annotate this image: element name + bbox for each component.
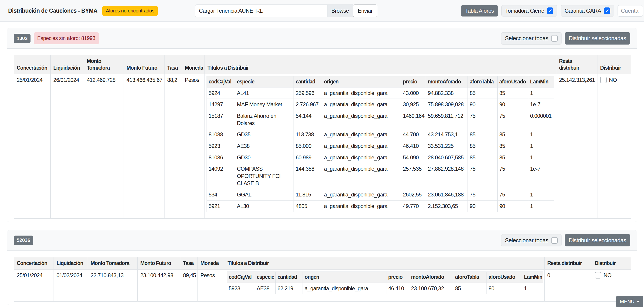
titulos-table: codCajVal especie cantidad origen precio… <box>227 271 543 294</box>
col-codcajval: codCajVal <box>207 76 235 87</box>
titulo-cell: GGAL <box>235 189 294 200</box>
titulo-cell: a_garantia_disponible_gara <box>322 163 401 189</box>
cell-monto-futuro: 413.466.435,67 <box>124 74 164 218</box>
col-lammin: LamMin <box>528 76 554 87</box>
menu-button[interactable]: MENÚ <box>616 296 643 307</box>
especies-sin-aforo-badge: Especies sin aforo: 81993 <box>34 32 99 44</box>
titulo-cell: 2.152.303,65 <box>426 200 468 212</box>
col-precio: precio <box>386 271 409 282</box>
titulo-cell: 80 <box>487 282 522 294</box>
caucion-card-1: 1302 Especies sin aforo: 81993 Seleccion… <box>7 28 637 222</box>
enviar-button[interactable]: Enviar <box>353 5 377 17</box>
cell-concertacion: 25/01/2024 <box>14 269 54 301</box>
cell-titulos: codCajVal especie cantidad origen precio… <box>205 74 556 218</box>
select-all-checkbox[interactable] <box>551 35 558 42</box>
distribuir-checkbox[interactable] <box>600 77 607 83</box>
col-cantidad: cantidad <box>294 76 322 87</box>
card-1-actions: Seleccionar todas Distribuir seleccionad… <box>501 32 630 45</box>
titulo-cell: 81088 <box>207 129 235 140</box>
distribute-selected-button[interactable]: Distribuir seleccionadas <box>565 234 630 246</box>
titulo-cell: 5923 <box>227 282 255 294</box>
titulo-cell: 4805 <box>294 200 322 212</box>
tomadora-cierre-toggle[interactable]: Tomadora Cierre ✓ <box>502 5 558 17</box>
titulo-cell: a_garantia_disponible_gara <box>322 87 401 99</box>
col-lammin: LamMin <box>522 271 543 282</box>
cell-tasa: 88,2 <box>164 74 182 218</box>
titulo-cell: 54.144 <box>294 110 322 129</box>
titulo-cell: 1 <box>522 282 543 294</box>
titulo-cell: AL30 <box>235 200 294 212</box>
card-2-badges: 52036 <box>14 235 33 245</box>
col-monto-tomadora: Monto Tomadora <box>84 55 124 74</box>
file-input[interactable]: Cargar Tenencia AUNE T-1: Browse <box>195 5 353 17</box>
browse-button[interactable]: Browse <box>327 5 353 17</box>
titulo-cell: 85 <box>497 152 528 163</box>
caucion-row: 25/01/2024 01/02/2024 22.710.843,13 23.1… <box>14 269 631 301</box>
titulo-cell: 14297 <box>207 99 235 110</box>
top-navbar: Distribución de Cauciones - BYMA Aforos … <box>0 0 644 22</box>
titulo-cell: 33.531.225 <box>426 140 468 152</box>
distribute-selected-button[interactable]: Distribuir seleccionadas <box>565 32 630 45</box>
cell-resta-distribuir: 0 <box>544 269 592 301</box>
select-all-toggle[interactable]: Seleccionar todas <box>501 234 562 246</box>
col-resta-distribuir: Resta distribuir <box>544 257 592 269</box>
titulo-cell: 1e-7 <box>528 163 554 189</box>
col-precio: precio <box>401 76 426 87</box>
titulo-cell: 23.100.670,32 <box>409 282 453 294</box>
cell-liquidacion: 26/01/2024 <box>50 74 84 218</box>
titulo-cell: 46.410 <box>401 140 426 152</box>
col-monto-futuro: Monto Futuro <box>124 55 164 74</box>
titulo-cell: 90 <box>468 200 497 212</box>
titulo-cell: a_garantia_disponible_gara <box>322 99 401 110</box>
cell-liquidacion: 01/02/2024 <box>54 269 88 301</box>
titulo-cell: AE38 <box>235 140 294 152</box>
cell-moneda: Pesos <box>198 269 225 301</box>
titulos-header-row: codCajVal especie cantidad origen precio… <box>227 271 543 282</box>
distribuir-label: NO <box>604 272 612 279</box>
garantia-gara-toggle[interactable]: Garantia GARA ✓ <box>560 5 614 17</box>
titulo-cell: COMPASS OPORTUNITY FCI CLASE B <box>235 163 294 189</box>
card-2-actions: Seleccionar todas Distribuir seleccionad… <box>501 234 630 246</box>
select-all-toggle[interactable]: Seleccionar todas <box>501 32 562 45</box>
tabla-aforos-button[interactable]: Tabla Aforos <box>461 5 498 17</box>
titulo-cell: 1 <box>528 140 554 152</box>
cuenta-input[interactable] <box>618 5 643 17</box>
caret-down-icon <box>636 301 640 302</box>
tomadora-cierre-checkbox[interactable]: ✓ <box>547 8 554 14</box>
select-all-checkbox[interactable] <box>551 237 558 244</box>
titulo-cell: 60.989 <box>294 152 322 163</box>
file-input-label: Cargar Tenencia AUNE T-1: <box>195 5 327 17</box>
titulo-cell: 81086 <box>207 152 235 163</box>
col-resta-distribuir: Resta distribuir <box>556 55 598 74</box>
titulo-cell: 85.000 <box>294 140 322 152</box>
card-1-header: 1302 Especies sin aforo: 81993 Seleccion… <box>7 28 637 49</box>
col-concertacion: Concertación <box>14 55 50 74</box>
titulo-cell: 59.659.811,712 <box>426 110 468 129</box>
titulo-row: 14092COMPASS OPORTUNITY FCI CLASE B144.3… <box>207 163 554 189</box>
caucion-table: Concertación Liquidación Monto Tomadora … <box>14 55 631 219</box>
titulo-cell: 28.040.607,585 <box>426 152 468 163</box>
titulo-row: 14297MAF Money Market2.726.967a_garantia… <box>207 99 554 110</box>
distribuir-checkbox[interactable] <box>595 272 601 278</box>
col-liquidacion: Liquidación <box>54 257 88 269</box>
cell-distribuir: NO <box>598 74 631 218</box>
titulo-cell: a_garantia_disponible_gara <box>322 140 401 152</box>
titulo-cell: 90 <box>468 99 497 110</box>
col-monto-tomadora: Monto Tomadora <box>88 257 138 269</box>
cell-resta-distribuir: 25.142.313,261 <box>556 74 598 218</box>
titulo-cell: 46.410 <box>386 282 409 294</box>
caucion-table-header-row: Concertación Liquidación Monto Tomadora … <box>14 257 631 269</box>
titulo-cell: 1 <box>528 189 554 200</box>
titulo-cell: 43.214.753,1 <box>426 129 468 140</box>
garantia-gara-checkbox[interactable]: ✓ <box>604 8 610 14</box>
titulo-row: 5924AL41259.596a_garantia_disponible_gar… <box>207 87 554 99</box>
col-origen: origen <box>303 271 386 282</box>
col-origen: origen <box>322 76 401 87</box>
titulo-cell: 49.770 <box>401 200 426 212</box>
caucion-id-badge: 52036 <box>14 235 33 245</box>
titulo-cell: a_garantia_disponible_gara <box>322 200 401 212</box>
titulo-cell: 534 <box>207 189 235 200</box>
navbar-right: Tabla Aforos Tomadora Cierre ✓ Garantia … <box>461 5 643 17</box>
titulo-cell: 85 <box>468 87 497 99</box>
titulo-cell: 75 <box>497 189 528 200</box>
